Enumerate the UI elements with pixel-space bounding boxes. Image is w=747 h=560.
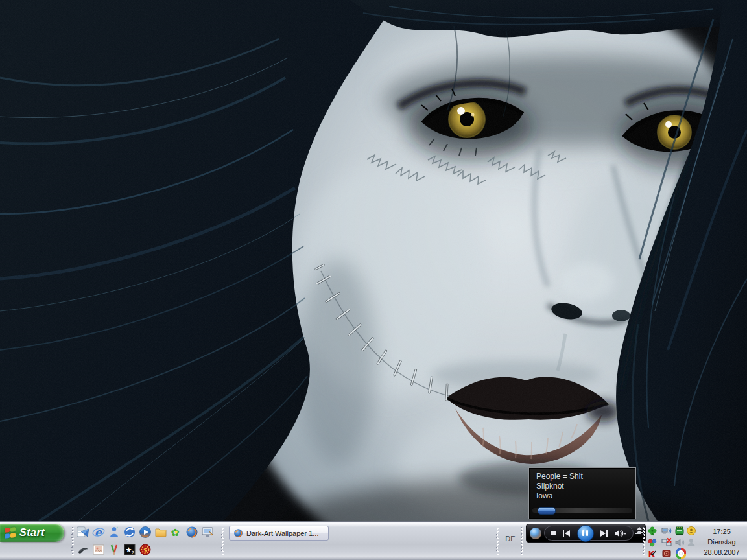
track-artist: Slipknot (529, 482, 635, 491)
film-grain (0, 0, 747, 521)
clock-day: Dienstag (699, 537, 744, 547)
tray-clock[interactable]: 17:25 Dienstag 28.08.2007 (699, 526, 744, 557)
taskbar: Start e ✿ ★2 $ Dark-Art Wallpaper (0, 521, 747, 560)
blue-globe-arrows-icon[interactable] (123, 526, 136, 539)
tray-drag-handle[interactable] (642, 526, 645, 556)
pause-button[interactable] (577, 525, 594, 542)
language-bar-drag-handle[interactable] (495, 526, 499, 556)
next-button[interactable] (600, 530, 608, 537)
colored-balls-tray-icon[interactable] (647, 537, 658, 548)
previous-button[interactable] (562, 530, 571, 537)
casino-chip-icon[interactable]: $ (139, 543, 152, 556)
stop-button[interactable] (551, 530, 556, 536)
folder-icon[interactable] (154, 526, 167, 539)
taskbar-window-button[interactable]: Dark-Art Wallpaper 1... (229, 526, 329, 541)
dark-swoosh-icon[interactable] (77, 543, 89, 556)
media-controls-group (544, 526, 634, 541)
outlook-express-icon[interactable] (77, 526, 89, 539)
taskband-drag-handle[interactable] (220, 526, 224, 556)
star-2-game-icon[interactable]: ★2 (123, 543, 136, 556)
wallpaper-image (0, 0, 747, 521)
msn-messenger-icon[interactable] (108, 526, 121, 539)
now-playing-overlay: People = Shit Slipknot Iowa (528, 467, 636, 519)
taskbar-window-button-label: Dark-Art Wallpaper 1... (246, 530, 318, 537)
windows-logo-icon (5, 527, 16, 539)
network-disconnected-tray-icon[interactable] (661, 537, 672, 548)
quick-launch-row-1: e ✿ (77, 526, 214, 539)
quick-launch-drag-handle[interactable] (71, 526, 74, 556)
seek-slider[interactable] (532, 508, 632, 513)
icq-clover-tray-icon[interactable] (647, 526, 658, 536)
windows-media-player-icon[interactable] (139, 526, 152, 539)
yellow-buddy-tray-icon[interactable] (686, 526, 696, 536)
show-desktop-icon[interactable] (201, 526, 214, 539)
language-indicator[interactable]: DE (501, 535, 520, 542)
internet-explorer-icon[interactable]: e (92, 526, 105, 539)
seek-slider-thumb[interactable] (538, 507, 556, 515)
clock-date: 28.08.2007 (699, 547, 744, 557)
desktop: People = Shit Slipknot Iowa Start e ✿ (0, 0, 747, 560)
media-player-toolbar (526, 524, 646, 542)
clock-time: 17:25 (699, 526, 744, 537)
start-button-label: Start (19, 527, 45, 539)
media-band-drag-handle[interactable] (520, 526, 523, 556)
offline-buddy-tray-icon[interactable] (686, 537, 696, 548)
wmp-logo-icon[interactable] (530, 528, 541, 539)
volume-button[interactable] (614, 530, 627, 537)
quick-launch-row-2: ★2 $ (77, 543, 152, 556)
track-title: People = Shit (529, 468, 635, 482)
firefox-icon (233, 528, 243, 538)
firefox-icon[interactable] (185, 526, 198, 539)
start-button[interactable]: Start (0, 524, 64, 542)
paint-tools-icon[interactable] (108, 543, 121, 556)
svg-text:e: e (95, 526, 102, 539)
kaspersky-tray-icon[interactable]: K (647, 548, 658, 559)
green-downloader-tray-icon[interactable] (674, 526, 685, 536)
red-disc-box-tray-icon[interactable] (661, 548, 672, 559)
svg-text:2: 2 (132, 550, 134, 555)
restore-player-icon[interactable] (635, 533, 641, 539)
track-album: Iowa (529, 491, 635, 501)
pc-sound-tray-icon[interactable] (661, 526, 672, 536)
volume-tray-icon[interactable] (674, 537, 685, 548)
photo-viewer-icon[interactable] (92, 543, 105, 556)
icq-flower-icon[interactable]: ✿ (170, 526, 183, 539)
svg-text:$: $ (143, 547, 147, 554)
color-swirl-tray-icon[interactable] (676, 548, 686, 559)
